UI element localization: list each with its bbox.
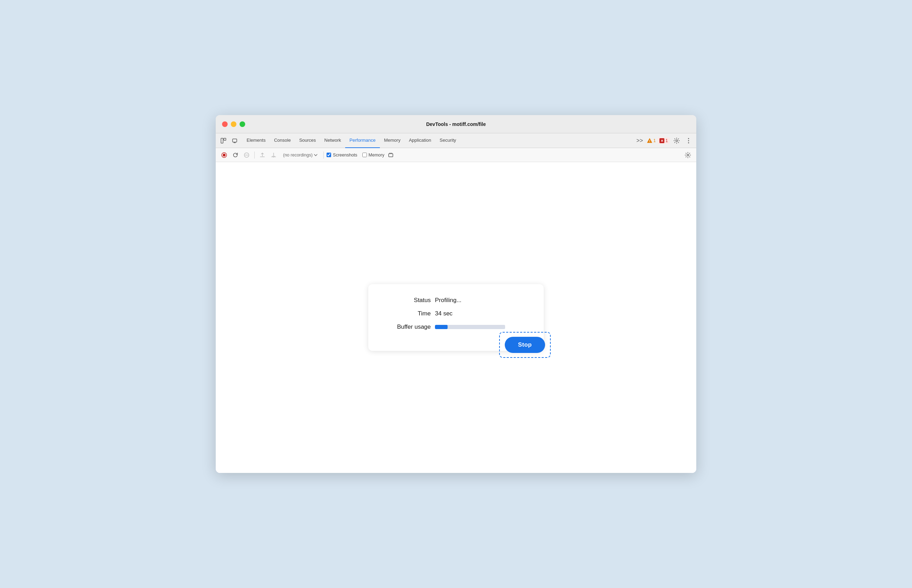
divider-1 xyxy=(254,152,255,158)
svg-text:✕: ✕ xyxy=(660,139,663,143)
action-settings-icon[interactable] xyxy=(683,150,693,160)
main-content: Status Profiling... Time 34 sec Buffer u… xyxy=(216,162,696,473)
buffer-row: Buffer usage xyxy=(385,323,527,331)
tab-memory[interactable]: Memory xyxy=(380,133,405,148)
close-button[interactable] xyxy=(222,121,228,127)
tab-elements[interactable]: Elements xyxy=(242,133,270,148)
warning-badge: ! 1 xyxy=(647,138,656,144)
download-button[interactable] xyxy=(269,150,279,160)
refresh-button[interactable] xyxy=(231,150,240,160)
warning-icon: ! xyxy=(647,138,652,144)
screenshots-checkbox[interactable] xyxy=(326,153,331,157)
tab-console[interactable]: Console xyxy=(270,133,295,148)
svg-text:!: ! xyxy=(649,139,650,143)
time-value: 34 sec xyxy=(435,310,452,317)
status-card: Status Profiling... Time 34 sec Buffer u… xyxy=(368,284,544,351)
more-options-icon[interactable] xyxy=(684,136,694,145)
status-value: Profiling... xyxy=(435,297,462,304)
upload-button[interactable] xyxy=(257,150,267,160)
devtools-window: DevTools - motiff.com/file Elements Cons… xyxy=(216,115,696,473)
tab-icons-group xyxy=(218,136,240,145)
stop-button-area: Stop xyxy=(499,332,551,358)
error-icon: ✕ xyxy=(659,138,664,143)
dropdown-chevron-icon xyxy=(314,154,318,156)
svg-rect-3 xyxy=(234,142,236,143)
more-tabs-button[interactable]: >> xyxy=(635,136,645,145)
memory-checkbox[interactable] xyxy=(362,153,367,157)
record-button[interactable] xyxy=(219,150,229,160)
buffer-bar-fill xyxy=(435,325,447,329)
status-row: Status Profiling... xyxy=(385,297,527,304)
title-bar: DevTools - motiff.com/file xyxy=(216,115,696,133)
tabs-right-group: >> ! 1 ✕ 1 xyxy=(635,136,694,145)
devtools-tabs: Elements Console Sources Network Perform… xyxy=(216,133,696,148)
memory-hint-icon[interactable] xyxy=(386,150,395,160)
svg-point-7 xyxy=(676,140,678,141)
error-badge: ✕ 1 xyxy=(658,137,670,144)
maximize-button[interactable] xyxy=(240,121,245,127)
memory-checkbox-label[interactable]: Memory xyxy=(362,153,384,158)
svg-point-19 xyxy=(687,154,689,156)
inspector-icon[interactable] xyxy=(218,136,228,145)
svg-rect-2 xyxy=(232,139,237,142)
tab-application[interactable]: Application xyxy=(405,133,436,148)
buffer-bar-container xyxy=(435,325,505,329)
time-row: Time 34 sec xyxy=(385,310,527,317)
time-label: Time xyxy=(385,310,431,317)
action-bar-right xyxy=(683,150,693,160)
recordings-dropdown[interactable]: (no recordings) xyxy=(280,151,321,159)
window-title: DevTools - motiff.com/file xyxy=(426,121,486,127)
svg-point-8 xyxy=(688,138,689,139)
settings-icon[interactable] xyxy=(672,136,681,145)
clear-button[interactable] xyxy=(242,150,252,160)
tab-performance[interactable]: Performance xyxy=(345,133,379,148)
svg-point-9 xyxy=(688,140,689,141)
tab-network[interactable]: Network xyxy=(320,133,345,148)
screenshots-checkbox-label[interactable]: Screenshots xyxy=(326,153,357,158)
buffer-label: Buffer usage xyxy=(385,323,431,331)
tab-security[interactable]: Security xyxy=(435,133,460,148)
minimize-button[interactable] xyxy=(231,121,236,127)
action-bar: (no recordings) Screenshots Memory xyxy=(216,148,696,162)
svg-rect-0 xyxy=(221,138,223,143)
status-label: Status xyxy=(385,297,431,304)
tab-sources[interactable]: Sources xyxy=(295,133,320,148)
divider-2 xyxy=(323,152,324,158)
svg-rect-15 xyxy=(389,153,393,157)
traffic-lights xyxy=(222,121,245,127)
svg-point-10 xyxy=(688,142,689,143)
svg-rect-1 xyxy=(224,138,226,141)
stop-button[interactable]: Stop xyxy=(505,337,545,353)
device-icon[interactable] xyxy=(230,136,240,145)
svg-point-12 xyxy=(223,153,226,157)
